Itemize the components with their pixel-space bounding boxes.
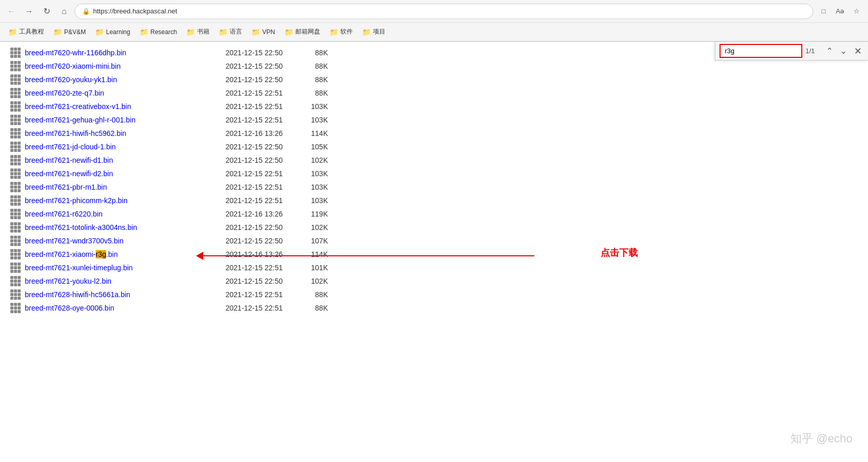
file-size: 105K bbox=[302, 143, 328, 151]
file-type-icon bbox=[10, 88, 21, 98]
file-date: 2021-12-15 22:50 bbox=[226, 143, 298, 151]
file-type-icon bbox=[10, 142, 21, 152]
file-link[interactable]: breed-mt7621-xunlei-timeplug.bin bbox=[25, 264, 221, 272]
file-date: 2021-12-15 22:51 bbox=[226, 89, 298, 97]
folder-icon: 📁 bbox=[362, 28, 371, 36]
bookmark-item[interactable]: 📁邮箱网盘 bbox=[280, 25, 324, 38]
folder-icon: 📁 bbox=[53, 28, 62, 36]
file-type-icon bbox=[10, 168, 21, 179]
extensions-button[interactable]: □ bbox=[816, 4, 831, 19]
bookmark-item[interactable]: 📁软件 bbox=[325, 25, 357, 38]
browser-actions: □ Aә ☆ bbox=[816, 4, 864, 19]
find-next-button[interactable]: ⌄ bbox=[838, 45, 849, 57]
file-row: breed-mt7628-hiwifi-hc5661a.bin 2021-12-… bbox=[10, 288, 858, 301]
file-row: breed-mt7621-xunlei-timeplug.bin 2021-12… bbox=[10, 261, 858, 274]
file-link[interactable]: breed-mt7621-youku-l2.bin bbox=[25, 277, 221, 285]
file-type-icon bbox=[10, 182, 21, 192]
annotation-text: 点击下载 bbox=[601, 247, 638, 259]
file-size: 88K bbox=[302, 62, 328, 70]
file-link[interactable]: breed-mt7621-totolink-a3004ns.bin bbox=[25, 223, 221, 232]
file-row: breed-mt7621-totolink-a3004ns.bin 2021-1… bbox=[10, 221, 858, 234]
file-link[interactable]: breed-mt7621-gehua-ghl-r-001.bin bbox=[25, 116, 221, 124]
file-link[interactable]: breed-mt7620-xiaomi-mini.bin bbox=[25, 62, 221, 70]
favorites-button[interactable]: ☆ bbox=[849, 4, 864, 19]
find-close-button[interactable]: ✕ bbox=[852, 44, 864, 58]
arrow-line bbox=[203, 255, 534, 256]
home-button[interactable]: ⌂ bbox=[57, 4, 71, 19]
file-link[interactable]: breed-mt7621-creativebox-v1.bin bbox=[25, 102, 221, 111]
file-size: 103K bbox=[302, 170, 328, 178]
file-size: 102K bbox=[302, 277, 328, 285]
file-size: 107K bbox=[302, 237, 328, 245]
file-size: 119K bbox=[302, 210, 328, 218]
file-link[interactable]: breed-mt7621-pbr-m1.bin bbox=[25, 183, 221, 191]
browser-chrome: ← → ↻ ⌂ 🔒 https://breed.hackpascal.net □… bbox=[0, 0, 868, 42]
file-type-icon bbox=[10, 195, 21, 206]
file-row: breed-mt7621-gehua-ghl-r-001.bin 2021-12… bbox=[10, 113, 858, 127]
file-type-icon bbox=[10, 303, 21, 313]
file-link[interactable]: breed-mt7620-youku-yk1.bin bbox=[25, 75, 221, 84]
file-row: breed-mt7621-pbr-m1.bin 2021-12-15 22:51… bbox=[10, 180, 858, 194]
file-size: 88K bbox=[302, 89, 328, 97]
bookmark-item[interactable]: 📁Learning bbox=[91, 26, 134, 38]
lock-icon: 🔒 bbox=[82, 8, 90, 15]
forward-button[interactable]: → bbox=[22, 4, 36, 19]
bookmark-item[interactable]: 📁工具教程 bbox=[4, 25, 48, 38]
file-size: 88K bbox=[302, 290, 328, 299]
folder-icon: 📁 bbox=[330, 28, 338, 36]
file-link[interactable]: breed-mt7620-whr-1166dhp.bin bbox=[25, 49, 221, 57]
file-date: 2021-12-15 22:50 bbox=[226, 75, 298, 84]
bookmark-item[interactable]: 📁P&V&M bbox=[49, 26, 90, 38]
bookmark-item[interactable]: 📁Research bbox=[136, 26, 181, 38]
file-link[interactable]: breed-mt7621-phicomm-k2p.bin bbox=[25, 196, 221, 205]
address-bar[interactable]: 🔒 https://breed.hackpascal.net bbox=[74, 4, 813, 19]
file-date: 2021-12-16 13:26 bbox=[226, 210, 298, 218]
file-link[interactable]: breed-mt7628-hiwifi-hc5661a.bin bbox=[25, 290, 221, 299]
file-list: breed-mt7620-whr-1166dhp.bin 2021-12-15 … bbox=[10, 46, 858, 315]
file-size: 88K bbox=[302, 304, 328, 312]
folder-icon: 📁 bbox=[251, 28, 260, 36]
reload-button[interactable]: ↻ bbox=[39, 4, 54, 19]
file-date: 2021-12-15 22:50 bbox=[226, 49, 298, 57]
file-row: breed-mt7621-wndr3700v5.bin 2021-12-15 2… bbox=[10, 234, 858, 248]
file-link[interactable]: breed-mt7621-newifi-d2.bin bbox=[25, 170, 221, 178]
file-link[interactable]: breed-mt7621-wndr3700v5.bin bbox=[25, 237, 221, 245]
file-size: 88K bbox=[302, 75, 328, 84]
find-input[interactable] bbox=[720, 44, 802, 58]
text-size-button[interactable]: Aә bbox=[833, 4, 847, 19]
find-prev-button[interactable]: ⌃ bbox=[824, 45, 835, 57]
file-link[interactable]: breed-mt7621-jd-cloud-1.bin bbox=[25, 143, 221, 151]
bookmarks-bar: 📁工具教程📁P&V&M📁Learning📁Research📁书籍📁语言📁VPN📁… bbox=[0, 23, 868, 41]
file-link[interactable]: breed-mt7621-newifi-d1.bin bbox=[25, 156, 221, 164]
bookmark-item[interactable]: 📁书籍 bbox=[182, 25, 214, 38]
file-row: breed-mt7620-zte-q7.bin 2021-12-15 22:51… bbox=[10, 86, 858, 100]
bookmark-item[interactable]: 📁VPN bbox=[247, 26, 279, 38]
file-date: 2021-12-16 13:26 bbox=[226, 129, 298, 137]
file-type-icon bbox=[10, 101, 21, 112]
bookmark-item[interactable]: 📁语言 bbox=[215, 25, 246, 38]
file-link[interactable]: breed-mt7621-hiwifi-hc5962.bin bbox=[25, 129, 221, 137]
file-row: breed-mt7621-r6220.bin 2021-12-16 13:26 … bbox=[10, 207, 858, 221]
file-date: 2021-12-15 22:51 bbox=[226, 116, 298, 124]
find-bar: 1/1 ⌃ ⌄ ✕ bbox=[715, 41, 868, 60]
bookmark-item[interactable]: 📁项目 bbox=[358, 25, 390, 38]
file-link[interactable]: breed-mt7621-xiaomi-r3g.bin bbox=[25, 250, 221, 258]
file-link[interactable]: breed-mt7620-zte-q7.bin bbox=[25, 89, 221, 97]
file-date: 2021-12-15 22:50 bbox=[226, 156, 298, 164]
file-row: breed-mt7621-xiaomi-r3g.bin 2021-12-16 1… bbox=[10, 248, 858, 261]
file-date: 2021-12-15 22:51 bbox=[226, 304, 298, 312]
file-row: breed-mt7621-youku-l2.bin 2021-12-15 22:… bbox=[10, 274, 858, 288]
file-row: breed-mt7620-youku-yk1.bin 2021-12-15 22… bbox=[10, 73, 858, 86]
file-date: 2021-12-15 22:50 bbox=[226, 223, 298, 232]
url-text: https://breed.hackpascal.net bbox=[93, 7, 805, 15]
back-button[interactable]: ← bbox=[4, 4, 19, 19]
folder-icon: 📁 bbox=[186, 28, 195, 36]
folder-icon: 📁 bbox=[285, 28, 293, 36]
file-link[interactable]: breed-mt7621-r6220.bin bbox=[25, 210, 221, 218]
file-row: breed-mt7621-hiwifi-hc5962.bin 2021-12-1… bbox=[10, 127, 858, 140]
file-link[interactable]: breed-mt7628-oye-0006.bin bbox=[25, 304, 221, 312]
find-count: 1/1 bbox=[805, 47, 821, 55]
file-type-icon bbox=[10, 289, 21, 300]
file-size: 103K bbox=[302, 196, 328, 205]
file-size: 103K bbox=[302, 116, 328, 124]
